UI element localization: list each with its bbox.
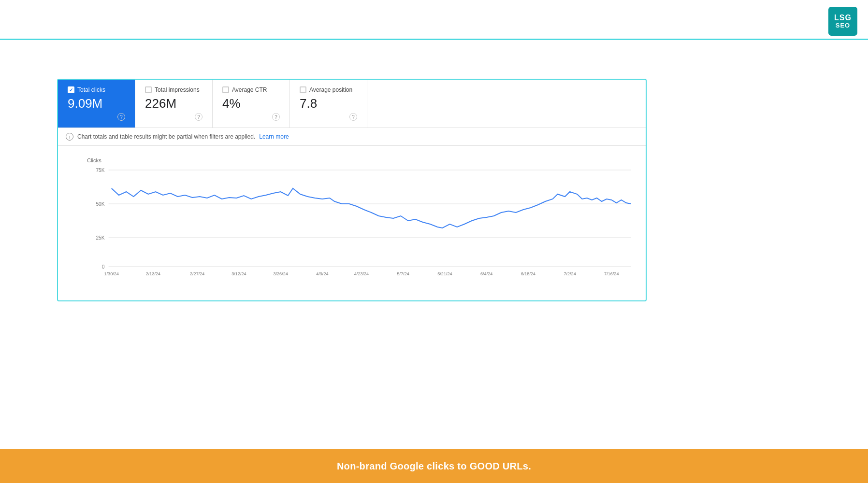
metric-average-ctr[interactable]: Average CTR 4% ? [213,80,290,128]
svg-text:6/4/24: 6/4/24 [480,271,492,276]
metric-checkbox-position[interactable] [300,86,306,93]
metric-help-impressions[interactable]: ? [195,113,203,121]
svg-text:5/21/24: 5/21/24 [437,271,452,276]
svg-text:75K: 75K [96,168,104,173]
chart-area: Clicks 75K 50K 25K 0 1/30/24 2/13/24 2/2… [58,146,646,300]
svg-text:2/13/24: 2/13/24 [146,271,160,276]
metric-help-ctr[interactable]: ? [272,113,280,121]
svg-text:3/26/24: 3/26/24 [273,271,288,276]
metric-value-ctr: 4% [222,96,280,111]
info-bar: i Chart totals and table results might b… [58,128,646,146]
metric-help-position[interactable]: ? [349,113,357,121]
bottom-bar-text: Non-brand Google clicks to GOOD URLs. [337,461,531,472]
info-text: Chart totals and table results might be … [77,133,255,140]
metric-label-clicks: Total clicks [77,86,105,93]
metric-checkbox-impressions[interactable] [145,86,152,93]
metric-checkbox-ctr[interactable] [222,86,229,93]
metric-label-ctr: Average CTR [232,86,267,93]
svg-text:7/16/24: 7/16/24 [604,271,619,276]
metric-average-position[interactable]: Average position 7.8 ? [290,80,367,128]
svg-text:3/12/24: 3/12/24 [231,271,246,276]
svg-text:4/23/24: 4/23/24 [354,271,369,276]
metric-total-impressions[interactable]: Total impressions 226M ? [135,80,213,128]
metric-value-impressions: 226M [145,96,203,111]
metric-value-position: 7.8 [300,96,357,111]
metrics-spacer [367,80,646,128]
bottom-bar: Non-brand Google clicks to GOOD URLs. [0,449,868,483]
svg-text:6/18/24: 6/18/24 [521,271,535,276]
metric-checkbox-clicks[interactable] [68,86,74,93]
svg-text:7/2/24: 7/2/24 [564,271,576,276]
metrics-row: Total clicks 9.09M ? Total impressions 2… [58,80,646,128]
metric-help-clicks[interactable]: ? [117,113,125,121]
chart-container: Total clicks 9.09M ? Total impressions 2… [57,79,647,301]
metric-total-clicks[interactable]: Total clicks 9.09M ? [58,80,135,128]
svg-text:2/27/24: 2/27/24 [190,271,204,276]
svg-text:25K: 25K [96,235,104,241]
svg-text:50K: 50K [96,201,104,207]
svg-text:4/9/24: 4/9/24 [316,271,328,276]
lsg-seo-logo: LSG SEO [828,7,857,36]
clicks-chart: Clicks 75K 50K 25K 0 1/30/24 2/13/24 2/2… [87,156,636,281]
logo-line1: LSG [834,14,852,22]
svg-text:Clicks: Clicks [87,157,101,163]
svg-text:1/30/24: 1/30/24 [104,271,119,276]
svg-text:5/7/24: 5/7/24 [397,271,409,276]
learn-more-link[interactable]: Learn more [259,133,289,140]
top-border [0,39,868,40]
metric-value-clicks: 9.09M [68,96,125,111]
metric-label-position: Average position [309,86,352,93]
info-icon: i [66,133,73,141]
metric-label-impressions: Total impressions [155,86,200,93]
logo-line2: SEO [836,22,850,29]
svg-text:0: 0 [102,264,105,270]
